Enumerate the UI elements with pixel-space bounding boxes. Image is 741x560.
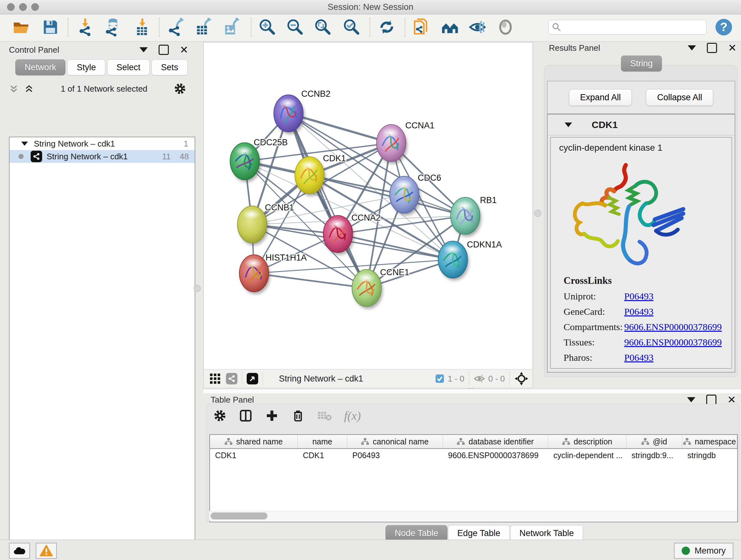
gear-icon[interactable] (213, 409, 226, 422)
tissues-link[interactable]: 9606.ENSP00000378699 (624, 337, 722, 348)
export-image-button[interactable] (221, 17, 241, 37)
import-network-database-button[interactable] (103, 17, 123, 37)
network-canvas[interactable]: CCNB2CCNA1CDC25BCDK1CDC6RB1CCNB1CCNA2CDK… (203, 42, 533, 369)
compartments-link[interactable]: 9606.ENSP00000378699 (624, 321, 722, 332)
tab-sets[interactable]: Sets (151, 59, 187, 75)
string-view-icon[interactable] (226, 373, 238, 384)
uniprot-link[interactable]: P06493 (624, 291, 654, 302)
help-icon: ? (715, 18, 733, 37)
tab-network-table[interactable]: Network Table (510, 525, 583, 541)
network-row[interactable]: String Network – cdk1 11 48 (10, 150, 195, 163)
close-panel-icon[interactable]: ✕ (180, 46, 188, 54)
tab-network[interactable]: Network (15, 59, 65, 75)
search-input[interactable] (561, 22, 706, 32)
left-splitter-handle[interactable] (194, 285, 201, 292)
collection-expand-icon[interactable] (21, 142, 28, 146)
genecard-link[interactable]: P06493 (624, 306, 654, 317)
right-splitter-handle[interactable] (534, 210, 541, 217)
expand-all-icon[interactable] (23, 83, 35, 94)
float-menu-icon[interactable] (687, 397, 695, 402)
column-header-name[interactable]: name (298, 435, 347, 448)
network-node[interactable] (295, 157, 326, 196)
birdseye-view-icon[interactable] (247, 373, 258, 384)
network-node-label: CCNB1 (265, 203, 294, 212)
network-name: String Network – cdk1 (47, 152, 162, 162)
network-node-count: 11 (162, 152, 171, 162)
home-style-button[interactable] (440, 17, 460, 37)
network-node[interactable] (451, 197, 482, 237)
svg-text:?: ? (720, 20, 728, 34)
zoom-selected-button[interactable] (341, 17, 362, 37)
network-node[interactable] (274, 95, 305, 134)
tab-node-table[interactable]: Node Table (386, 525, 448, 541)
memory-button[interactable]: Memory (674, 543, 733, 559)
network-collection-row[interactable]: String Network – cdk1 1 (10, 137, 195, 150)
show-columns-icon[interactable] (239, 409, 253, 423)
table-row[interactable]: CDK1 CDK1 P06493 9606.ENSP00000378699 cy… (210, 449, 737, 462)
column-header-namespace[interactable]: namespace (682, 435, 737, 448)
float-panel-icon[interactable] (706, 395, 717, 405)
horizontal-scrollbar[interactable] (209, 511, 737, 521)
eye-button[interactable] (495, 17, 516, 37)
column-header-shared-name[interactable]: shared name (210, 435, 298, 448)
search-field[interactable] (548, 20, 706, 35)
help-button[interactable]: ? (714, 17, 734, 37)
add-column-icon[interactable] (265, 409, 279, 423)
grid-view-icon[interactable] (209, 372, 221, 385)
warning-icon (40, 545, 53, 557)
collapse-all-icon[interactable] (8, 83, 19, 94)
float-panel-icon[interactable] (158, 45, 169, 55)
delete-column-icon[interactable] (291, 409, 305, 423)
warnings-button[interactable] (36, 543, 57, 559)
zoom-selected-icon (342, 18, 361, 37)
float-menu-icon[interactable] (139, 47, 148, 52)
save-session-button[interactable] (40, 17, 61, 37)
float-menu-icon[interactable] (688, 45, 696, 51)
import-network-file-button[interactable] (76, 17, 96, 37)
network-node[interactable] (438, 241, 469, 281)
column-header-description[interactable]: description (548, 435, 626, 448)
network-node[interactable] (352, 269, 383, 309)
expand-all-button[interactable]: Expand All (569, 89, 632, 106)
column-header-database-identifier[interactable]: database identifier (443, 435, 548, 448)
scrollbar-thumb[interactable] (211, 512, 267, 519)
collapse-all-button[interactable]: Collapse All (646, 89, 713, 106)
network-node[interactable] (238, 206, 268, 246)
network-graph[interactable]: CCNB2CCNA1CDC25BCDK1CDC6RB1CCNB1CCNA2CDK… (204, 43, 533, 369)
network-node[interactable] (377, 125, 408, 164)
refresh-button[interactable] (377, 17, 397, 37)
network-node-label: CDC6 (418, 173, 441, 183)
open-session-button[interactable] (11, 17, 32, 37)
column-header-id[interactable]: @id (626, 435, 682, 448)
fit-selection-crosshair-icon[interactable] (514, 371, 529, 386)
import-table-button[interactable] (132, 17, 152, 37)
network-edge[interactable] (310, 175, 465, 216)
column-type-icon (562, 438, 570, 445)
network-node-label: HIST1H1A (266, 253, 307, 262)
float-panel-icon[interactable] (707, 43, 717, 53)
pharos-link[interactable]: P06493 (624, 352, 654, 363)
network-node[interactable] (390, 176, 421, 216)
gene-collapse-icon[interactable] (564, 123, 572, 127)
export-network-button[interactable] (166, 17, 186, 37)
tab-string[interactable]: String (621, 56, 662, 71)
gear-icon[interactable] (174, 82, 186, 95)
zoom-fit-button[interactable] (313, 17, 333, 37)
export-table-button[interactable] (193, 17, 213, 37)
close-panel-icon[interactable]: ✕ (727, 395, 736, 404)
tab-style[interactable]: Style (67, 59, 105, 75)
tab-select[interactable]: Select (107, 59, 150, 75)
column-type-icon (457, 438, 465, 445)
column-type-icon (225, 438, 232, 445)
network-node[interactable] (323, 215, 354, 255)
string-document-button[interactable] (411, 17, 431, 37)
selected-checkbox-icon[interactable] (435, 374, 445, 383)
show-graphics-details-button[interactable] (467, 17, 488, 37)
cloud-button[interactable] (9, 543, 30, 559)
zoom-out-button[interactable] (285, 17, 306, 37)
column-header-canonical-name[interactable]: canonical name (347, 435, 443, 448)
network-edge[interactable] (254, 273, 367, 288)
tab-edge-table[interactable]: Edge Table (448, 525, 510, 541)
close-panel-icon[interactable]: ✕ (728, 44, 737, 52)
zoom-in-button[interactable] (257, 17, 278, 37)
